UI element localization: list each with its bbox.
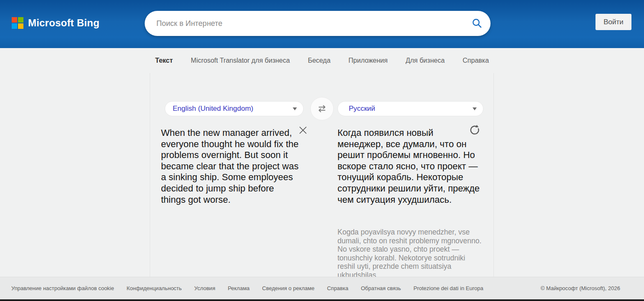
tab-help[interactable]: Справка	[463, 57, 489, 64]
swap-languages-button[interactable]	[310, 97, 334, 120]
copyright-text: © Майкрософт (Microsoft), 2026	[541, 285, 620, 291]
source-language-label: English (United Kingdom)	[173, 105, 253, 113]
search-button[interactable]	[464, 11, 491, 36]
logo-square-green	[18, 17, 23, 23]
brand-name: Microsoft Bing	[28, 17, 100, 29]
footer-link-help[interactable]: Справка	[327, 285, 348, 291]
translated-text-area: Когда появился новый менеджер, все думал…	[337, 128, 481, 205]
logo-square-blue	[12, 23, 17, 29]
sign-in-button[interactable]: Войти	[595, 14, 631, 30]
footer-link-privacy[interactable]: Конфиденциальность	[127, 285, 182, 291]
swap-arrows-icon	[316, 103, 328, 115]
target-language-label: Русский	[349, 105, 375, 113]
footer-link-terms[interactable]: Условия	[194, 285, 215, 291]
translator-nav: Текст Microsoft Translator для бизнеса Б…	[0, 48, 644, 73]
page-footer: Управление настройками файлов cookie Кон…	[0, 277, 644, 299]
footer-link-advertise[interactable]: Реклама	[228, 285, 250, 291]
tab-conversation[interactable]: Беседа	[308, 57, 330, 64]
tab-translator-business[interactable]: Microsoft Translator для бизнеса	[191, 57, 290, 64]
footer-link-eu-data[interactable]: Protezione dei dati in Europa	[414, 285, 483, 291]
chevron-down-icon	[293, 107, 297, 110]
refresh-translation-button[interactable]	[469, 124, 480, 136]
tab-for-business[interactable]: Для бизнеса	[406, 57, 445, 64]
close-icon	[297, 125, 309, 136]
top-header: Microsoft Bing Войти	[0, 0, 644, 48]
refresh-icon	[469, 124, 480, 136]
main-content: English (United Kingdom) Русский When th…	[0, 73, 644, 277]
chevron-down-icon	[473, 107, 477, 110]
translator-panel: English (United Kingdom) Русский When th…	[150, 73, 494, 277]
footer-link-about-ads[interactable]: Сведения о рекламе	[262, 285, 314, 291]
microsoft-logo-icon	[12, 17, 23, 29]
clear-source-button[interactable]	[297, 125, 309, 136]
bing-home-link[interactable]: Microsoft Bing	[12, 17, 100, 29]
footer-link-cookie-settings[interactable]: Управление настройками файлов cookie	[11, 285, 114, 291]
source-text-area[interactable]: When the new manager arrived, everyone t…	[161, 128, 301, 205]
logo-square-yellow	[18, 23, 23, 29]
source-language-dropdown[interactable]: English (United Kingdom)	[165, 101, 304, 116]
search-icon	[471, 18, 483, 29]
target-language-dropdown[interactable]: Русский	[337, 101, 483, 116]
logo-square-red	[12, 17, 17, 23]
window-bottom-edge	[0, 299, 644, 301]
footer-link-feedback[interactable]: Обратная связь	[361, 285, 401, 291]
search-input[interactable]	[145, 11, 464, 36]
search-box	[145, 11, 491, 36]
tab-text[interactable]: Текст	[155, 57, 173, 64]
transliteration-text: Kogda poyavilsya novyy menedzher, vse du…	[337, 228, 482, 277]
tab-apps[interactable]: Приложения	[348, 57, 388, 64]
